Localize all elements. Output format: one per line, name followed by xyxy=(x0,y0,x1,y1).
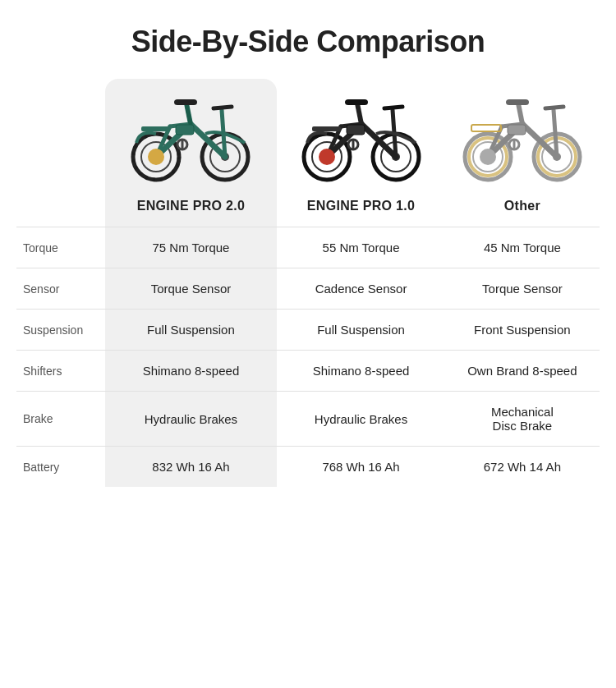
feature-label: Shifters xyxy=(16,351,105,392)
svg-rect-53 xyxy=(506,99,529,105)
svg-rect-17 xyxy=(176,125,194,135)
feature-value-col2: Torque Sensor xyxy=(445,268,600,310)
feature-value-col2: Own Brand 8-speed xyxy=(445,351,600,392)
feature-label: Sensor xyxy=(16,268,105,310)
feature-value-col0: Full Suspension xyxy=(105,310,278,351)
feature-value-col1: Cadence Sensor xyxy=(277,268,444,310)
svg-line-55 xyxy=(545,107,563,108)
page-title: Side-By-Side Comparison xyxy=(16,25,600,59)
svg-point-56 xyxy=(480,149,496,165)
product-name-engine-pro-1: ENGINE PRO 1.0 xyxy=(277,189,444,227)
feature-value-col2: MechanicalDisc Brake xyxy=(445,392,600,447)
feature-value-col1: 55 Nm Torque xyxy=(277,227,444,268)
feature-value-col0: Torque Sensor xyxy=(105,268,278,310)
feature-label: Battery xyxy=(16,447,105,488)
feature-row-battery: Battery832 Wh 16 Ah768 Wh 16 Ah672 Wh 14… xyxy=(16,447,600,488)
label-spacer xyxy=(16,79,105,189)
feature-value-col0: Hydraulic Brakes xyxy=(105,392,278,447)
feature-row-shifters: ShiftersShimano 8-speedShimano 8-speedOw… xyxy=(16,351,600,392)
svg-line-29 xyxy=(357,103,361,124)
feature-value-col0: 832 Wh 16 Ah xyxy=(105,447,278,488)
bike-image-other xyxy=(445,79,600,189)
svg-line-50 xyxy=(518,103,522,124)
feature-value-col0: 75 Nm Torque xyxy=(105,227,278,268)
svg-line-54 xyxy=(554,110,557,157)
svg-line-15 xyxy=(214,107,232,108)
svg-rect-13 xyxy=(174,99,197,105)
name-label-spacer xyxy=(16,189,105,227)
feature-value-col2: 672 Wh 14 Ah xyxy=(445,447,600,488)
feature-value-col1: Shimano 8-speed xyxy=(277,351,444,392)
svg-rect-36 xyxy=(347,125,365,135)
svg-line-28 xyxy=(361,124,396,157)
feature-value-col1: Full Suspension xyxy=(277,310,444,351)
feature-label: Brake xyxy=(16,392,105,447)
feature-label: Torque xyxy=(16,227,105,268)
feature-value-col1: Hydraulic Brakes xyxy=(277,392,444,447)
feature-value-col1: 768 Wh 16 Ah xyxy=(277,447,444,488)
svg-rect-32 xyxy=(345,99,368,105)
svg-rect-20 xyxy=(141,126,170,131)
svg-line-8 xyxy=(191,124,225,157)
svg-line-12 xyxy=(186,103,191,124)
bike-image-engine-pro-1 xyxy=(277,79,444,189)
image-row xyxy=(16,79,600,189)
feature-value-col0: Shimano 8-speed xyxy=(105,351,278,392)
feature-row-suspension: SuspensionFull SuspensionFull Suspension… xyxy=(16,310,600,351)
svg-rect-60 xyxy=(471,125,501,131)
feature-row-torque: Torque75 Nm Torque55 Nm Torque45 Nm Torq… xyxy=(16,227,600,268)
product-name-other: Other xyxy=(445,189,600,227)
feature-table: Torque75 Nm Torque55 Nm Torque45 Nm Torq… xyxy=(16,227,600,487)
svg-rect-39 xyxy=(312,126,341,131)
svg-point-16 xyxy=(148,149,164,165)
svg-line-34 xyxy=(384,107,402,108)
product-name-row: ENGINE PRO 2.0 ENGINE PRO 1.0 Other xyxy=(16,189,600,227)
feature-row-brake: BrakeHydraulic BrakesHydraulic BrakesMec… xyxy=(16,392,600,447)
feature-value-col2: 45 Nm Torque xyxy=(445,227,600,268)
svg-rect-57 xyxy=(508,125,526,135)
bike-image-engine-pro-2 xyxy=(105,79,278,189)
svg-point-35 xyxy=(319,149,335,165)
product-name-engine-pro-2: ENGINE PRO 2.0 xyxy=(105,189,278,227)
feature-row-sensor: SensorTorque SensorCadence SensorTorque … xyxy=(16,268,600,310)
feature-label: Suspension xyxy=(16,310,105,351)
feature-value-col2: Front Suspension xyxy=(445,310,600,351)
